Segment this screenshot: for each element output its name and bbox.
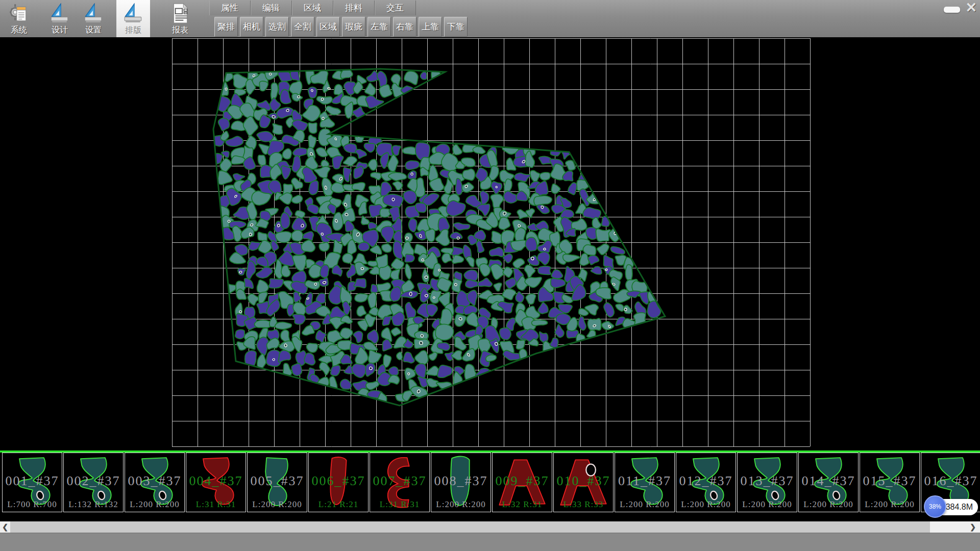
tab-region[interactable]: 区域: [292, 1, 333, 15]
camera-button[interactable]: 相机: [240, 17, 263, 37]
horizontal-scrollbar[interactable]: ❮ ❯: [0, 521, 980, 533]
tab-nesting[interactable]: 排料: [333, 1, 375, 15]
window-controls: ✕: [944, 1, 977, 14]
layout-button-label: 排版: [125, 25, 141, 35]
nesting-canvas[interactable]: [0, 37, 980, 450]
menu-tab-bar: 属性 编辑 区域 排料 交互: [209, 1, 416, 15]
progress-percent-badge: 38%: [924, 495, 946, 518]
align-bottom-button[interactable]: 下靠: [444, 17, 468, 37]
close-button[interactable]: ✕: [965, 1, 977, 14]
part-shape: [128, 454, 181, 510]
design-button[interactable]: 设计: [43, 0, 77, 37]
tool-button-row: 聚排 相机 选割 全割 区域 瑕疵 左靠 右靠 上靠 下靠: [214, 17, 470, 36]
part-thumbnail[interactable]: 009_#37 L:32 R:31: [492, 453, 552, 512]
settings-ruler-icon: [82, 2, 105, 25]
part-thumbnail[interactable]: 006_#37 L:21 R:21: [308, 453, 369, 512]
report-button-label: 报表: [172, 25, 188, 35]
design-button-label: 设计: [52, 25, 68, 35]
settings-button-label: 设置: [85, 25, 102, 35]
ribbon: 系统 设计 设置 排版: [0, 0, 980, 37]
part-thumbnail[interactable]: 008_#37 L:200 R:200: [431, 453, 491, 512]
part-shape: [557, 454, 610, 510]
progress-bubble: 384.8M 38%: [924, 494, 980, 520]
tab-interact[interactable]: 交互: [375, 1, 416, 15]
region-button[interactable]: 区域: [316, 17, 340, 37]
align-left-button[interactable]: 左靠: [368, 17, 391, 37]
part-shape: [312, 454, 365, 510]
part-shape: [189, 454, 242, 510]
system-icon: [8, 2, 30, 25]
part-shape: [496, 454, 549, 510]
cluster-nest-button[interactable]: 聚排: [214, 17, 238, 37]
part-thumbnail[interactable]: 014_#37 L:200 R:200: [798, 453, 859, 512]
scroll-left-arrow-icon[interactable]: ❮: [0, 521, 10, 533]
design-ruler-icon: [48, 2, 71, 25]
align-top-button[interactable]: 上靠: [419, 17, 442, 37]
part-thumbnail[interactable]: 012_#37 L:200 R:200: [676, 453, 736, 512]
big-button-group: 系统 设计 设置 排版: [0, 0, 197, 37]
part-shape: [802, 454, 855, 510]
part-shape: [251, 454, 304, 510]
tab-edit[interactable]: 编辑: [251, 1, 292, 15]
report-icon: [169, 2, 191, 25]
part-shape: [863, 454, 916, 510]
cut-all-button[interactable]: 全割: [291, 17, 314, 37]
part-shape: [741, 454, 794, 510]
part-thumbnail[interactable]: 001_#37 L:700 R:700: [2, 453, 62, 512]
defect-button[interactable]: 瑕疵: [342, 17, 365, 37]
tab-properties[interactable]: 属性: [209, 1, 251, 15]
part-thumbnail[interactable]: 003_#37 L:200 R:200: [125, 453, 185, 512]
part-thumbnail[interactable]: 010_#37 L:33 R:33: [553, 453, 614, 512]
part-thumbnail[interactable]: 004_#37 L:31 R:31: [186, 453, 246, 512]
part-thumbnail[interactable]: 007_#37 L:31 R:31: [370, 453, 430, 512]
system-button-label: 系统: [11, 25, 27, 35]
part-thumbnail[interactable]: 002_#37 L:132 R:132: [63, 453, 124, 512]
part-thumbnail[interactable]: 015_#37 L:200 R:200: [860, 453, 920, 512]
nesting-workspace: [0, 37, 980, 450]
system-button[interactable]: 系统: [2, 0, 36, 37]
select-cut-button[interactable]: 选割: [265, 17, 289, 37]
part-shape: [679, 454, 732, 510]
settings-button[interactable]: 设置: [77, 0, 110, 37]
part-shape: [6, 454, 59, 510]
report-button[interactable]: 报表: [163, 0, 197, 37]
part-thumbnail[interactable]: 005_#37 L:200 R:200: [247, 453, 307, 512]
layout-ruler-icon: [122, 2, 144, 25]
scroll-right-arrow-icon[interactable]: ❯: [968, 521, 978, 533]
part-thumbnail[interactable]: 013_#37 L:200 R:200: [737, 453, 797, 512]
nesting-app-window: 系统 设计 设置 排版: [0, 0, 980, 551]
part-shape: [618, 454, 671, 510]
part-shape: [434, 454, 487, 510]
align-right-button[interactable]: 右靠: [393, 17, 416, 37]
parts-strip: 001_#37 L:700 R:700 002_#37 L:132 R:132 …: [0, 453, 980, 512]
part-thumbnail[interactable]: 011_#37 L:200 R:200: [615, 453, 675, 512]
scrollbar-thumb[interactable]: [10, 521, 930, 533]
part-shape: [67, 454, 120, 510]
layout-button[interactable]: 排版: [116, 0, 150, 37]
part-shape: [373, 454, 426, 510]
status-bar: [0, 533, 980, 551]
minimize-button[interactable]: [944, 7, 960, 13]
